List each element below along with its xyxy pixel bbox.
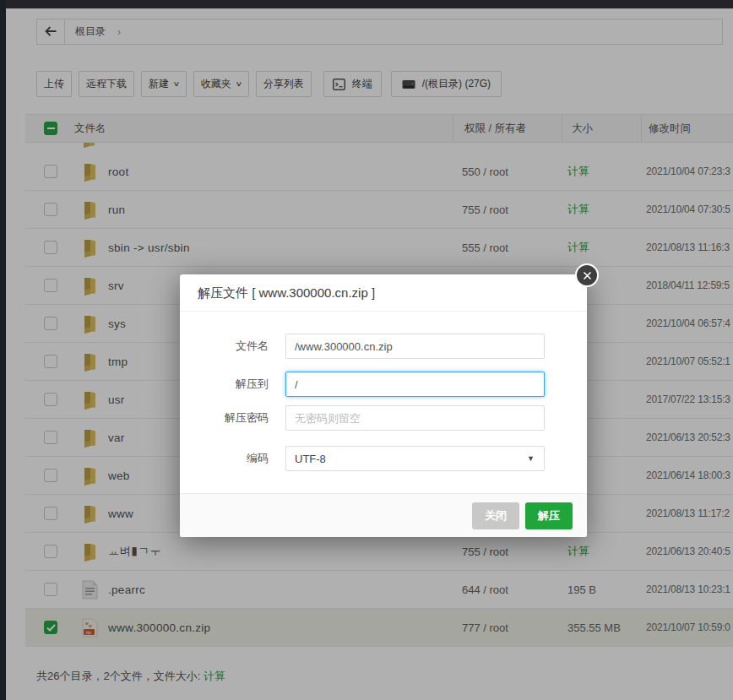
cancel-button[interactable]: 关闭 — [472, 502, 519, 529]
dest-label: 解压到 — [180, 377, 269, 392]
dialog-footer: 关闭 解压 — [180, 493, 587, 537]
extract-dialog: 解压文件 [ www.300000.cn.zip ] 文件名 解压到 解压密码 … — [180, 274, 587, 537]
password-input[interactable] — [285, 405, 545, 431]
password-label: 解压密码 — [180, 410, 269, 426]
dest-input[interactable] — [285, 372, 545, 397]
close-icon[interactable] — [575, 263, 599, 287]
filename-label: 文件名 — [180, 339, 269, 354]
extract-button[interactable]: 解压 — [525, 502, 573, 529]
encoding-select[interactable]: UTF-8 ▼ — [285, 446, 545, 471]
dialog-title: 解压文件 [ www.300000.cn.zip ] — [180, 274, 587, 312]
filename-input[interactable] — [285, 334, 545, 359]
encoding-label: 编码 — [180, 451, 269, 466]
dropdown-arrow-icon: ▼ — [527, 454, 535, 463]
